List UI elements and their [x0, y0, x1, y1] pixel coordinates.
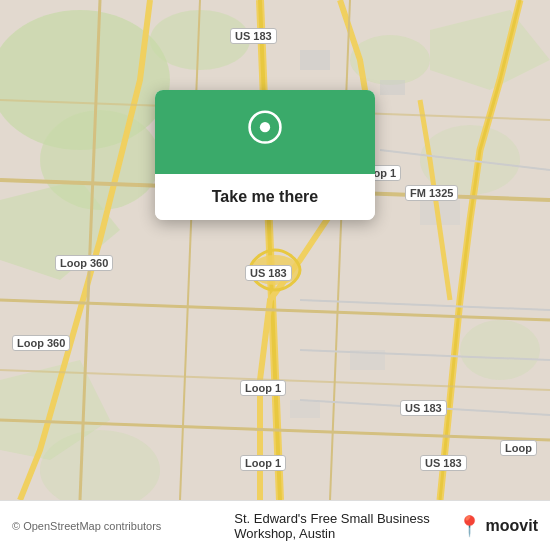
popup-header — [155, 90, 375, 174]
map-background — [0, 0, 550, 500]
road-label-fm1325: FM 1325 — [405, 185, 458, 201]
svg-rect-11 — [300, 50, 330, 70]
map-container: US 183 Loop 1 Loop 1 FM 1325 US 183 Loop… — [0, 0, 550, 500]
moovit-brand-name: moovit — [486, 517, 538, 535]
road-label-loop1-bot2: Loop 1 — [240, 455, 286, 471]
svg-point-32 — [260, 122, 270, 132]
road-label-loop360-bot: Loop 360 — [12, 335, 70, 351]
svg-rect-15 — [290, 400, 320, 418]
svg-point-8 — [460, 320, 540, 380]
copyright-text: © OpenStreetMap contributors — [12, 520, 161, 532]
location-pin-icon — [241, 110, 289, 158]
road-label-loop-bot3: Loop — [500, 440, 537, 456]
popup-card: Take me there — [155, 90, 375, 220]
road-label-us183-bot: US 183 — [400, 400, 447, 416]
road-label-loop360-top: Loop 360 — [55, 255, 113, 271]
location-name: St. Edward's Free Small Business Worksho… — [234, 511, 456, 541]
moovit-logo: 📍 moovit — [457, 514, 538, 538]
road-label-loop1-bot: Loop 1 — [240, 380, 286, 396]
moovit-pin-icon: 📍 — [457, 514, 482, 538]
road-label-us183-mid: US 183 — [245, 265, 292, 281]
road-label-us183-top: US 183 — [230, 28, 277, 44]
bottom-bar: © OpenStreetMap contributors St. Edward'… — [0, 500, 550, 550]
take-me-there-button[interactable]: Take me there — [155, 174, 375, 220]
svg-rect-12 — [380, 80, 405, 95]
road-label-us183-bot2: US 183 — [420, 455, 467, 471]
bottom-left: © OpenStreetMap contributors — [12, 520, 234, 532]
